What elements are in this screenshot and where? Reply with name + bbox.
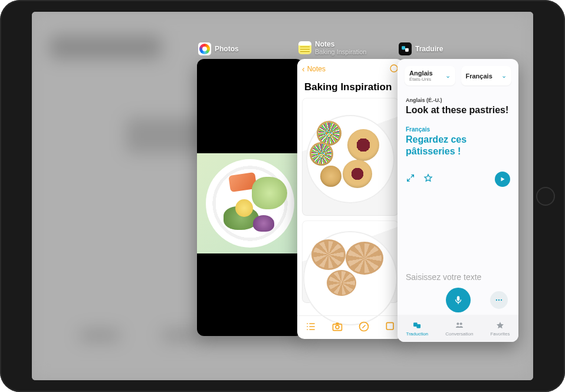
target-lang-caption: Français: [406, 126, 510, 133]
app-header-photos[interactable]: Photos: [198, 42, 239, 55]
translate-app-icon: [399, 42, 412, 55]
app-card-translate[interactable]: Anglais États-Unis ⌄ Français ⌄ Anglais …: [398, 59, 518, 342]
tab-conversation[interactable]: Conversation: [445, 321, 473, 337]
tab-translation[interactable]: Traduction: [406, 321, 429, 337]
svg-point-9: [498, 299, 500, 301]
svg-rect-1: [405, 48, 409, 52]
tab-favorites[interactable]: Favorites: [490, 321, 510, 337]
source-region-label: États-Unis: [409, 77, 433, 82]
source-lang-label: Anglais: [409, 70, 433, 77]
source-text: Look at these pastries!: [406, 104, 510, 116]
back-button-label[interactable]: Notes: [307, 65, 326, 73]
svg-point-8: [496, 299, 497, 301]
tab-label: Conversation: [445, 331, 473, 337]
checklist-icon[interactable]: [305, 321, 317, 335]
svg-point-4: [336, 325, 339, 328]
app-name-label: Notes: [315, 40, 334, 48]
target-text: Regardez ces pâtisseries !: [406, 134, 510, 157]
chevron-down-icon: ⌄: [445, 72, 451, 80]
translate-input[interactable]: Saisissez votre texte: [406, 272, 481, 282]
ipad-frame: Photos Notes Baking Inspiration Traduire: [0, 0, 565, 392]
svg-rect-6: [386, 322, 393, 330]
note-image-2: [302, 220, 399, 303]
tab-label: Favorites: [490, 331, 510, 337]
markup-icon[interactable]: [358, 321, 370, 335]
favorite-icon[interactable]: [423, 173, 433, 185]
expand-icon[interactable]: [406, 173, 415, 185]
svg-rect-12: [417, 324, 421, 328]
target-lang-label: Français: [466, 73, 492, 80]
note-title: Baking Inspiration: [297, 79, 403, 98]
source-language-picker[interactable]: Anglais États-Unis ⌄: [405, 66, 455, 85]
svg-point-10: [501, 299, 502, 301]
app-card-photos[interactable]: [197, 59, 303, 336]
target-language-picker[interactable]: Français ⌄: [461, 66, 512, 85]
svg-point-13: [456, 322, 459, 325]
app-card-notes[interactable]: ‹ Notes Baking Inspiration: [297, 59, 403, 339]
chevron-left-icon[interactable]: ‹: [302, 64, 305, 74]
more-button[interactable]: [490, 291, 508, 309]
app-header-notes[interactable]: Notes Baking Inspiration: [298, 40, 366, 55]
source-lang-caption: Anglais (É.-U.): [406, 97, 510, 103]
chevron-down-icon: ⌄: [501, 72, 507, 80]
tab-label: Traduction: [406, 331, 429, 337]
translate-tabbar: Traduction Conversation Favorites: [398, 315, 518, 342]
compose-icon[interactable]: [385, 321, 396, 335]
play-button[interactable]: [495, 172, 510, 187]
app-header-translate[interactable]: Traduire: [399, 42, 443, 55]
app-name-label: Traduire: [415, 45, 443, 53]
photos-app-icon: [198, 42, 211, 55]
photo-content: [197, 153, 303, 253]
note-image-1: [302, 98, 399, 216]
notes-toolbar: [297, 315, 403, 339]
notes-nav-bar: ‹ Notes: [297, 59, 403, 79]
app-subtitle-label: Baking Inspiration: [315, 48, 366, 55]
home-button[interactable]: [536, 187, 555, 206]
svg-point-2: [390, 65, 398, 72]
camera-icon[interactable]: [331, 321, 343, 335]
notes-app-icon: [298, 41, 311, 54]
svg-point-14: [459, 322, 462, 325]
svg-rect-7: [456, 296, 459, 301]
app-name-label: Photos: [215, 45, 239, 53]
screen: Photos Notes Baking Inspiration Traduire: [32, 12, 533, 380]
microphone-button[interactable]: [446, 288, 471, 312]
app-switcher: Photos Notes Baking Inspiration Traduire: [32, 12, 533, 380]
svg-rect-0: [402, 46, 405, 50]
